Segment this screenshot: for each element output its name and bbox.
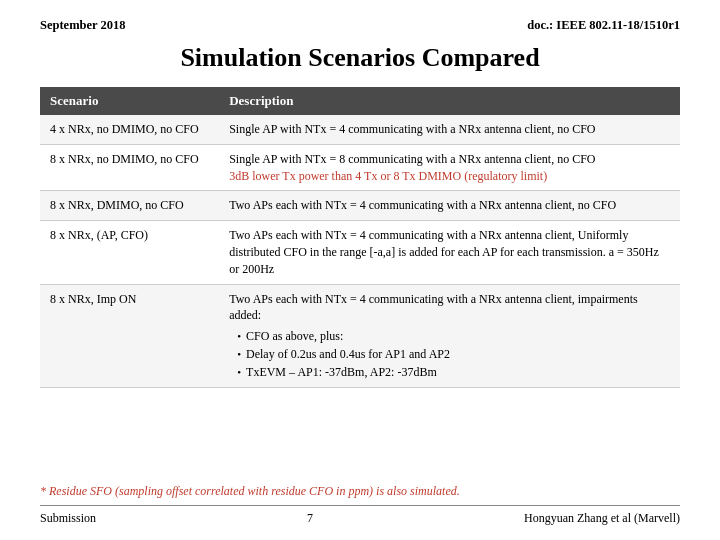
col-header-description: Description — [219, 87, 680, 115]
table-row: 8 x NRx, (AP, CFO)Two APs each with NTx … — [40, 221, 680, 284]
list-item: TxEVM – AP1: -37dBm, AP2: -37dBm — [237, 363, 670, 381]
footer-right: Hongyuan Zhang et al (Marvell) — [524, 511, 680, 526]
note-text: * Residue SFO (sampling offset correlate… — [40, 484, 680, 499]
description-text: Two APs each with NTx = 4 communicating … — [229, 228, 659, 276]
description-text: Single AP with NTx = 4 communicating wit… — [229, 122, 595, 136]
cell-description: Two APs each with NTx = 4 communicating … — [219, 191, 680, 221]
scenarios-table: Scenario Description 4 x NRx, no DMIMO, … — [40, 87, 680, 388]
cell-description: Two APs each with NTx = 4 communicating … — [219, 221, 680, 284]
cell-scenario: 8 x NRx, no DMIMO, no CFO — [40, 144, 219, 191]
list-item: CFO as above, plus: — [237, 327, 670, 345]
header-date: September 2018 — [40, 18, 126, 33]
description-text: Single AP with NTx = 8 communicating wit… — [229, 152, 595, 166]
cell-description: Single AP with NTx = 8 communicating wit… — [219, 144, 680, 191]
header-bar: September 2018 doc.: IEEE 802.11-18/1510… — [40, 18, 680, 33]
col-header-scenario: Scenario — [40, 87, 219, 115]
footer-left: Submission — [40, 511, 96, 526]
cell-scenario: 8 x NRx, Imp ON — [40, 284, 219, 388]
cell-scenario: 4 x NRx, no DMIMO, no CFO — [40, 115, 219, 144]
description-text: Two APs each with NTx = 4 communicating … — [229, 198, 616, 212]
page-title: Simulation Scenarios Compared — [40, 43, 680, 73]
cell-description: Two APs each with NTx = 4 communicating … — [219, 284, 680, 388]
bullet-list: CFO as above, plus:Delay of 0.2us and 0.… — [229, 327, 670, 381]
list-item: Delay of 0.2us and 0.4us for AP1 and AP2 — [237, 345, 670, 363]
description-extra: 3dB lower Tx power than 4 Tx or 8 Tx DMI… — [229, 169, 547, 183]
table-row: 4 x NRx, no DMIMO, no CFOSingle AP with … — [40, 115, 680, 144]
description-text: Two APs each with NTx = 4 communicating … — [229, 292, 638, 323]
cell-scenario: 8 x NRx, DMIMO, no CFO — [40, 191, 219, 221]
footer-center: 7 — [307, 511, 313, 526]
cell-description: Single AP with NTx = 4 communicating wit… — [219, 115, 680, 144]
header-doc: doc.: IEEE 802.11-18/1510r1 — [527, 18, 680, 33]
footer-bar: Submission 7 Hongyuan Zhang et al (Marve… — [40, 505, 680, 526]
table-row: 8 x NRx, no DMIMO, no CFOSingle AP with … — [40, 144, 680, 191]
page: September 2018 doc.: IEEE 802.11-18/1510… — [0, 0, 720, 540]
table-row: 8 x NRx, Imp ONTwo APs each with NTx = 4… — [40, 284, 680, 388]
table-header-row: Scenario Description — [40, 87, 680, 115]
cell-scenario: 8 x NRx, (AP, CFO) — [40, 221, 219, 284]
table-container: Scenario Description 4 x NRx, no DMIMO, … — [40, 87, 680, 468]
table-row: 8 x NRx, DMIMO, no CFOTwo APs each with … — [40, 191, 680, 221]
